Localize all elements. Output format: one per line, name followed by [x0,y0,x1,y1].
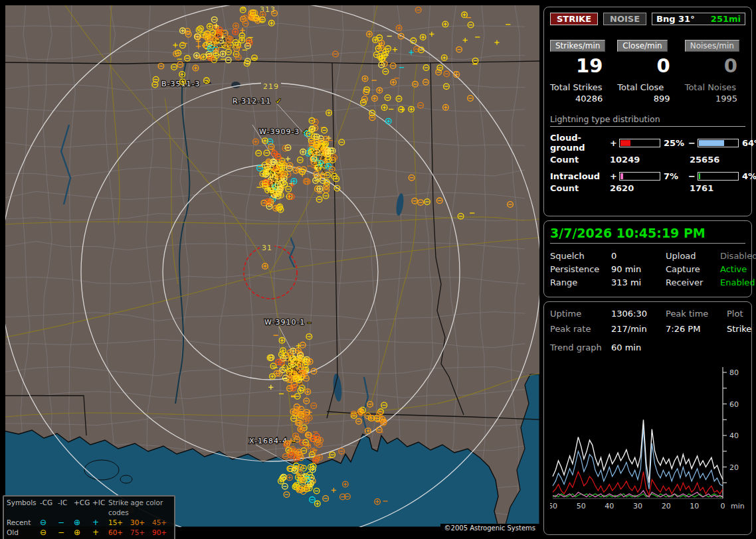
strikes-per-min-label[interactable]: Strikes/min [550,40,605,52]
ic-minus-count: 1761 [690,183,745,193]
legend-header-2: -IC [58,498,74,518]
strike-mode-button[interactable]: STRIKE [550,13,598,25]
total-noises-value: 1995 [685,94,745,104]
legend-symbol-nic-icon: − [58,528,74,538]
legend-symbol-pic-icon: + [92,528,108,538]
x-tick-label: 40 [605,502,614,510]
legend-header-4: +IC [92,498,108,518]
legend-age-code: 30+ [130,518,152,528]
storm-cell-label: W-3909-3 [259,127,300,136]
settings-row: Squelch 0 Upload Disabled [550,250,745,263]
minus-sign: − [688,171,698,181]
total-close-value: 899 [617,94,678,104]
x-axis-unit: min [731,502,745,510]
legend-header-1: -CG [40,498,58,518]
peak-rate-label: Peak rate [550,321,611,337]
legend-symbol-nic-icon: − [58,518,74,528]
capture-label: Capture [666,263,720,276]
lightning-map-canvas[interactable]: 31321931B-3511-3^R-312-11✓W-3909-3✓W-391… [5,5,539,527]
cg-minus-pct: 64% [739,138,756,148]
svg-text:–: – [308,318,312,327]
peak-time-value: 7:26 PM [666,321,727,337]
range-ring-label: 313 [260,5,276,14]
close-per-min-label[interactable]: Close/min [617,40,667,52]
trend-graph: 204060806050403020100min [550,356,749,522]
cg-plus-bar [619,139,660,147]
range-ring-label: 219 [263,82,279,91]
app-window: 31321931B-3511-3^R-312-11✓W-3909-3✓W-391… [0,0,756,539]
lightning-distribution: Lightning type distribution Cloud-ground… [550,114,745,193]
legend-header-3: +CG [74,498,92,518]
ic-plus-bar [619,172,660,181]
legend-symbol-pcg-icon: ⊕ [74,528,92,538]
x-tick-label: 20 [662,502,671,510]
squelch-value: 0 [611,250,666,263]
receiver-label: Receiver [666,276,720,289]
squelch-label: Squelch [550,250,611,263]
strikes-per-min-column: Strikes/min 19 Total Strikes 40286 [550,38,611,104]
receiver-status: Enabled [720,276,755,289]
cloud-ground-row: Cloud-ground + 25% − 64% [550,133,745,153]
uptime-value: 1306:30 [611,306,666,321]
strikes-per-min-value: 19 [550,54,611,77]
noises-per-min-value: 0 [685,54,745,77]
radar-map[interactable]: 31321931B-3511-3^R-312-11✓W-3909-3✓W-391… [5,5,539,527]
trend-graph-value: 60 min [611,341,745,355]
distribution-title: Lightning type distribution [550,114,745,127]
storm-cell-label: W-3910-1 [264,318,305,327]
x-tick-label: 0 [721,502,725,510]
legend-grid: Symbols-CG-IC+CG+ICStrike age color code… [7,498,171,538]
x-tick-label: 50 [577,502,586,510]
upload-status: Disabled [720,250,756,263]
legend-age-code: 90+ [152,528,173,538]
lake [231,82,240,88]
total-noises-label: Total Noises [685,82,745,92]
uptime-label: Uptime [550,306,611,321]
legend-age-code: 15+ [108,518,130,528]
legend-row-label: Recent [7,518,40,528]
x-tick-label: 60 [550,502,557,510]
minus-sign: − [688,138,698,148]
storm-cell-label: X-1684-4 [249,437,288,445]
peak-rate-row: Peak rate 217/min 7:26 PM Strike [550,321,745,337]
cg-minus-count: 25656 [690,155,745,165]
legend-age-code: 60+ [108,528,130,538]
ic-minus-bar [698,172,739,181]
persistence-label: Persistence [550,263,611,276]
plus-sign: + [610,171,619,181]
y-tick-label: 20 [729,463,739,472]
trend-panel: Uptime 1306:30 Peak time Plot Peak rate … [543,301,752,535]
noise-mode-button[interactable]: NOISE [603,13,646,25]
noises-per-min-label[interactable]: Noises/min [685,40,739,52]
legend-symbol-pic-icon: + [92,518,108,528]
intracloud-row: Intracloud + 7% − 4% [550,171,745,181]
lake [120,475,132,483]
peak-time-label: Peak time [666,306,727,321]
ic-plus-count: 2620 [610,183,690,193]
rate-stats: Strikes/min 19 Total Strikes 40286 Close… [550,38,745,104]
bearing-readout: Bng 31° 251mi [652,13,745,25]
cloud-ground-label: Cloud-ground [550,133,610,153]
legend-symbol-pcg-icon: ⊕ [74,518,92,528]
range-ring-label: 31 [262,244,272,252]
ic-plus-pct: 7% [660,171,688,181]
legend-symbol-ncg-icon: ⊖ [40,518,58,528]
close-per-min-value: 0 [617,54,678,77]
upload-label: Upload [666,250,720,263]
total-strikes-label: Total Strikes [550,82,611,92]
mode-button-row: STRIKE NOISE Bng 31° 251mi [550,13,745,25]
bearing-label: Bng 31° [656,14,695,24]
storm-cell-label: R-312-11 [233,97,271,106]
range-label: Range [550,276,611,289]
plus-sign: + [610,138,619,148]
ic-minus-pct: 4% [739,171,756,181]
cg-plus-pct: 25% [660,138,688,148]
legend-age-code: 45+ [152,518,173,528]
cloud-ground-count-row: Count 10249 25656 [550,155,745,165]
status-panel: 3/7/2026 10:45:19 PM Squelch 0 Upload Di… [543,220,752,297]
legend-symbol-ncg-icon: ⊖ [40,528,58,538]
legend-header-0: Symbols [7,498,40,518]
cg-minus-bar [698,139,739,147]
persistence-value: 90 min [611,263,666,276]
datetime-display: 3/7/2026 10:45:19 PM [550,226,745,244]
